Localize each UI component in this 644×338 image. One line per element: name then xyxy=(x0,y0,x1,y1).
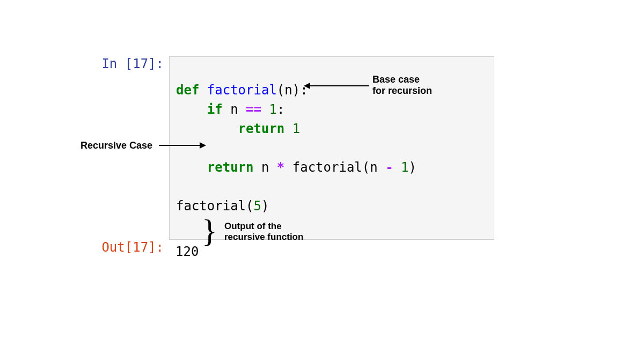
keyword-return: return xyxy=(207,160,254,175)
number-five: 5 xyxy=(254,199,261,214)
annotation-text: for recursion xyxy=(372,85,432,97)
output-row: Out[17]: 120 xyxy=(70,240,494,263)
annotation-text: Output of the xyxy=(224,221,303,232)
code-text: ) xyxy=(409,160,416,175)
code-text: n xyxy=(254,160,277,175)
code-text: n xyxy=(223,102,246,117)
number-one: 1 xyxy=(284,121,300,136)
keyword-return: return xyxy=(238,121,285,136)
output-value: 120 xyxy=(169,240,205,263)
arrow-line xyxy=(159,145,201,146)
code-text: ) xyxy=(261,199,269,214)
annotation-output: Output of the recursive function xyxy=(224,221,303,243)
annotation-recursive-case: Recursive Case xyxy=(80,140,152,151)
operator-minus: - xyxy=(385,160,393,175)
annotation-text: Base case xyxy=(372,74,432,85)
annotation-text: Recursive Case xyxy=(80,140,152,151)
in-prompt: In [17]: xyxy=(70,56,169,71)
keyword-if: if xyxy=(207,102,223,117)
code-text: factorial(n xyxy=(284,160,385,175)
number-one: 1 xyxy=(261,102,277,117)
out-prompt: Out[17]: xyxy=(70,240,169,255)
arrow-icon xyxy=(200,142,206,149)
annotation-text: recursive function xyxy=(224,232,303,243)
arrow-line xyxy=(309,85,369,86)
code-cell: def factorial(n): if n == 1: return 1 re… xyxy=(169,56,494,240)
code-call: factorial( xyxy=(176,199,254,214)
code-text: : xyxy=(277,102,284,117)
brace-icon: } xyxy=(202,215,217,247)
operator-eq: == xyxy=(246,102,261,117)
code-text: (n): xyxy=(277,83,308,98)
function-name: factorial xyxy=(207,83,277,98)
operator-mul: * xyxy=(277,160,284,175)
number-one: 1 xyxy=(393,160,409,175)
keyword-def: def xyxy=(176,83,199,98)
annotation-base-case: Base case for recursion xyxy=(372,74,432,97)
